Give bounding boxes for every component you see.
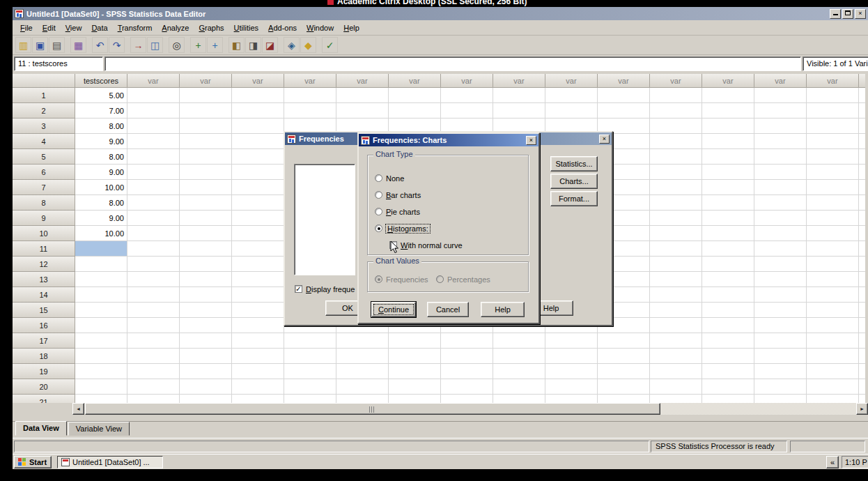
empty-cell[interactable]: [180, 241, 232, 257]
empty-cell[interactable]: [232, 349, 284, 364]
empty-cell[interactable]: [754, 349, 807, 364]
row-number-cell[interactable]: 7: [13, 180, 75, 195]
empty-cell[interactable]: [127, 226, 180, 241]
empty-cell[interactable]: [754, 303, 807, 318]
restore-button[interactable]: [842, 9, 853, 19]
empty-cell[interactable]: [754, 257, 807, 272]
data-cell[interactable]: [75, 395, 127, 403]
charts-help-button[interactable]: Help: [481, 302, 525, 317]
empty-cell[interactable]: [754, 195, 807, 211]
data-cell[interactable]: [75, 303, 127, 318]
empty-cell[interactable]: [127, 303, 180, 318]
empty-cell[interactable]: [650, 149, 702, 165]
data-cell[interactable]: 10.00: [75, 226, 127, 241]
empty-cell[interactable]: [859, 103, 865, 119]
empty-cell[interactable]: [284, 88, 336, 103]
menu-data[interactable]: Data: [86, 22, 112, 34]
menu-analyze[interactable]: Analyze: [157, 22, 194, 34]
menu-transform[interactable]: Transform: [113, 22, 157, 34]
row-number-cell[interactable]: 9: [13, 211, 75, 226]
empty-cell[interactable]: [859, 165, 865, 180]
data-cell[interactable]: [75, 257, 127, 272]
empty-cell[interactable]: [127, 287, 180, 303]
menu-help[interactable]: Help: [339, 22, 364, 34]
start-button[interactable]: Start: [14, 456, 52, 468]
empty-cell[interactable]: [180, 364, 232, 379]
menu-graphs[interactable]: Graphs: [194, 22, 228, 34]
empty-cell[interactable]: [859, 287, 865, 303]
empty-cell[interactable]: [545, 379, 598, 395]
empty-cell[interactable]: [127, 103, 180, 119]
empty-cell[interactable]: [232, 119, 284, 134]
empty-cell[interactable]: [859, 119, 865, 134]
empty-cell[interactable]: [127, 379, 180, 395]
empty-cell[interactable]: [598, 88, 650, 103]
row-number-cell[interactable]: 6: [13, 165, 75, 180]
menu-file[interactable]: File: [15, 22, 38, 34]
normal-curve-checkbox[interactable]: [389, 241, 397, 249]
open-file-button[interactable]: ▥: [15, 37, 31, 53]
empty-cell[interactable]: [754, 211, 807, 226]
empty-cell[interactable]: [127, 318, 180, 333]
empty-cell[interactable]: [545, 349, 598, 364]
charts-button[interactable]: Charts...: [550, 174, 598, 189]
frequencies-dialog-close-button[interactable]: ×: [599, 135, 610, 144]
cancel-button[interactable]: Cancel: [427, 302, 469, 317]
row-number-cell[interactable]: 19: [13, 364, 75, 379]
empty-cell[interactable]: [232, 103, 284, 119]
row-number-cell[interactable]: 3: [13, 119, 75, 134]
empty-cell[interactable]: [232, 303, 284, 318]
empty-cell[interactable]: [389, 103, 441, 119]
continue-button[interactable]: Continue: [371, 302, 416, 317]
empty-cell[interactable]: [441, 103, 493, 119]
tray-collapse-button[interactable]: «: [826, 456, 839, 468]
empty-cell[interactable]: [650, 303, 702, 318]
empty-cell[interactable]: [754, 318, 807, 333]
empty-cell[interactable]: [127, 149, 180, 165]
empty-cell[interactable]: [127, 349, 180, 364]
empty-cell[interactable]: [441, 364, 493, 379]
column-header-var[interactable]: var: [650, 74, 702, 88]
empty-cell[interactable]: [493, 333, 545, 349]
row-number-cell[interactable]: 20: [13, 379, 75, 395]
empty-cell[interactable]: [180, 303, 232, 318]
empty-cell[interactable]: [127, 364, 180, 379]
empty-cell[interactable]: [232, 333, 284, 349]
charts-dialog-close-button[interactable]: ×: [526, 136, 536, 145]
empty-cell[interactable]: [180, 103, 232, 119]
empty-cell[interactable]: [807, 180, 859, 195]
empty-cell[interactable]: [702, 364, 754, 379]
split-file-button[interactable]: ◧: [228, 37, 245, 53]
radio-histograms[interactable]: [375, 224, 382, 232]
empty-cell[interactable]: [859, 195, 865, 211]
print-button[interactable]: ▤: [49, 37, 65, 53]
tab-data-view[interactable]: Data View: [15, 421, 67, 436]
empty-cell[interactable]: [127, 195, 180, 211]
dialog-recall-button[interactable]: ▦: [70, 37, 86, 53]
empty-cell[interactable]: [859, 149, 865, 165]
empty-cell[interactable]: [232, 88, 284, 103]
empty-cell[interactable]: [754, 103, 807, 119]
empty-cell[interactable]: [754, 241, 807, 257]
empty-cell[interactable]: [650, 349, 702, 364]
empty-cell[interactable]: [807, 303, 859, 318]
empty-cell[interactable]: [754, 379, 807, 395]
empty-cell[interactable]: [650, 241, 702, 257]
empty-cell[interactable]: [702, 318, 754, 333]
column-header-testscores[interactable]: testscores: [75, 74, 127, 88]
column-header-var[interactable]: var: [702, 74, 754, 88]
row-number-cell[interactable]: 14: [13, 287, 75, 303]
data-cell[interactable]: [75, 333, 127, 349]
empty-cell[interactable]: [441, 88, 493, 103]
empty-cell[interactable]: [807, 395, 859, 403]
selected-data-cell[interactable]: [75, 241, 127, 257]
radio-row-none[interactable]: None: [375, 174, 404, 183]
empty-cell[interactable]: [127, 333, 180, 349]
empty-cell[interactable]: [859, 303, 865, 318]
empty-cell[interactable]: [754, 149, 807, 165]
data-cell[interactable]: 9.00: [75, 134, 127, 149]
scrollbar-thumb[interactable]: [85, 403, 660, 415]
row-number-cell[interactable]: 5: [13, 149, 75, 165]
data-cell[interactable]: 8.00: [75, 119, 127, 134]
empty-cell[interactable]: [336, 88, 389, 103]
